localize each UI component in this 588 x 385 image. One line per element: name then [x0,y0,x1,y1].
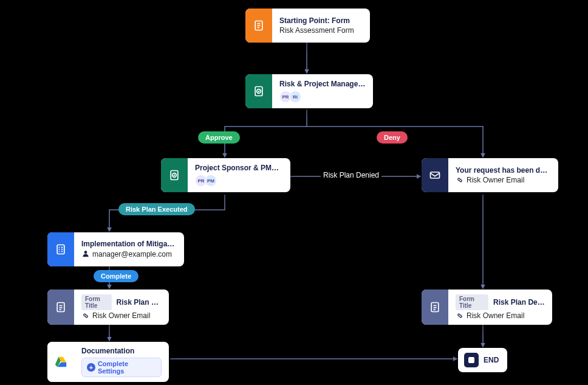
node-email-denied[interactable]: Your request has been denied. Risk Owner… [422,158,558,192]
approval-icon [161,158,188,192]
node-title: Project Sponsor & PMO Acti... [195,164,283,172]
node-title: Starting Point: Form [279,16,363,25]
node-title: Documentation [81,347,162,355]
node-task-implementation[interactable]: Implementation of Mitigatio... manager@e… [47,232,184,266]
node-title: Risk Plan Exec... [117,298,162,307]
edge-approve-pill: Approve [198,131,240,144]
node-approval-1[interactable]: Risk & Project Manager Appr... PR RI [245,74,373,108]
edge-deny-pill: Deny [377,131,408,144]
link-icon [456,311,466,320]
node-subtitle: manager@example.com [81,249,177,260]
node-approval-2[interactable]: Project Sponsor & PMO Acti... PR PM [161,158,290,192]
node-subtitle: Risk Owner Email [456,176,551,184]
connectors [0,0,588,385]
user-icon [81,249,90,260]
node-subtitle: Risk Assessment Form [279,26,363,35]
svg-rect-16 [57,245,64,254]
node-title: Implementation of Mitigatio... [81,240,177,248]
plus-icon: + [87,363,95,372]
link-icon [456,176,466,184]
node-end[interactable]: END [458,348,507,372]
node-subtitle: Risk Owner Email [81,311,162,320]
assignee-avatars: PR RI [279,91,366,103]
form-data-icon [422,290,448,325]
email-icon [422,158,448,192]
form-icon [245,9,272,43]
svg-rect-15 [431,172,440,178]
avatar: RI [289,91,301,103]
task-icon [47,232,74,266]
node-title: Risk Plan Denied [493,298,545,307]
node-form-executed[interactable]: Form Title Risk Plan Exec... Risk Owner … [47,290,169,325]
form-title-chip: Form Title [456,294,488,310]
node-title: Risk & Project Manager Appr... [279,80,366,88]
edge-complete-pill: Complete [94,270,138,282]
node-start[interactable]: Starting Point: Form Risk Assessment For… [245,9,370,43]
node-subtitle: Risk Owner Email [456,311,545,320]
end-label: END [484,356,499,364]
avatar: PM [205,175,217,187]
drive-icon [47,342,74,382]
link-icon [81,311,92,320]
complete-settings-button[interactable]: + Complete Settings [81,358,162,377]
assignee-avatars: PR PM [195,175,283,187]
svg-point-17 [84,251,87,254]
node-form-denied[interactable]: Form Title Risk Plan Denied Risk Owner E… [422,290,552,325]
edge-label-plan-denied: Risk Plan Denied [321,171,381,179]
node-documentation[interactable]: Documentation + Complete Settings [47,342,169,382]
edge-executed-pill: Risk Plan Executed [118,203,195,215]
approval-icon [245,74,272,108]
stop-icon [464,353,479,367]
form-title-chip: Form Title [81,294,112,310]
node-title: Your request has been denied. [456,166,551,175]
form-data-icon [47,290,74,325]
